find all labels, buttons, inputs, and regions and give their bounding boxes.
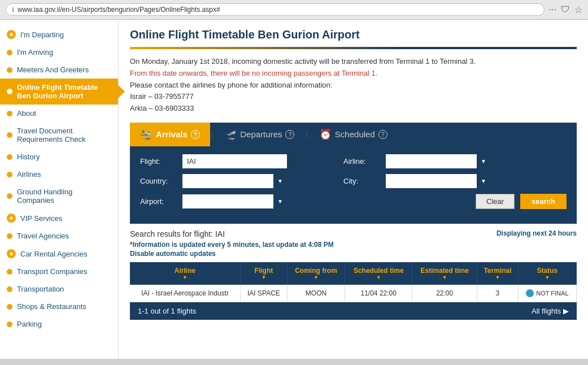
sidebar-item-travel-agencies[interactable]: Travel Agencies (0, 227, 118, 245)
country-select[interactable] (182, 174, 287, 188)
notice-line2: From this date onwards, there will be no… (130, 68, 577, 80)
sidebar-item-history[interactable]: History (0, 148, 118, 166)
notice-line3: Please contact the airlines by phone for… (130, 80, 577, 92)
col-flight[interactable]: Flight ▼ (241, 262, 288, 285)
col-estimated-time[interactable]: Estimated time ▼ (412, 262, 477, 285)
sidebar-item-car-rental[interactable]: + Car Rental Agencies (0, 245, 118, 263)
plus-icon-vip: + (7, 214, 16, 223)
flight-table: Airline ▼ Flight ▼ Coming from ▼ Sched (130, 262, 577, 302)
sidebar-item-ground-handling[interactable]: Ground Handling Companies (0, 183, 118, 209)
airport-select[interactable] (182, 194, 287, 208)
tab-arrivals[interactable]: 🛬 Arrivals ? (130, 123, 210, 146)
sidebar-item-about[interactable]: About (0, 105, 118, 122)
search-button[interactable]: search (520, 194, 567, 209)
departures-plane-icon: 🛫 (224, 128, 237, 141)
sidebar-item-transportation[interactable]: Transportation (0, 280, 118, 298)
star-icon[interactable]: ☆ (574, 5, 582, 15)
dot-history (7, 154, 12, 160)
dot-meeters (7, 67, 12, 73)
sidebar-item-timetable[interactable]: Online Flight Timetable Ben Gurion Airpo… (0, 79, 118, 105)
dot-shops (7, 304, 12, 310)
dot-parking (7, 321, 12, 327)
sort-arrow-status: ▼ (522, 275, 573, 280)
cell-coming-from: MOON (287, 285, 345, 302)
results-area: Search results for flight: IAI *Informat… (130, 224, 577, 325)
arrivals-plane-icon: 🛬 (140, 128, 153, 141)
sidebar-item-departing[interactable]: + I'm Departing (0, 25, 118, 44)
info-icon: ℹ (12, 6, 14, 14)
city-label: City: (343, 177, 380, 185)
sidebar-label-airlines: Airlines (17, 170, 41, 179)
all-flights-link[interactable]: All flights ▶ (532, 307, 569, 315)
city-select[interactable] (386, 174, 490, 188)
sidebar-label-about: About (17, 109, 36, 118)
dot-arriving (7, 50, 12, 55)
sidebar-item-shops[interactable]: Shops & Restaurants (0, 298, 118, 315)
tab-scheduled-label: Scheduled (335, 129, 375, 139)
sort-arrow-coming-from: ▼ (291, 275, 341, 280)
country-label: Country: (140, 177, 177, 185)
url-bar[interactable]: ℹ www.iaa.gov.il/en-US/airports/bengurio… (6, 3, 545, 16)
sort-arrow-flight: ▼ (244, 275, 284, 280)
col-coming-from[interactable]: Coming from ▼ (287, 262, 345, 285)
sidebar-label-travel-agencies: Travel Agencies (17, 232, 69, 240)
airport-label: Airport: (140, 197, 177, 206)
col-terminal[interactable]: Terminal ▼ (477, 262, 519, 285)
flight-label: Flight: (140, 157, 177, 166)
sidebar-item-travel-doc[interactable]: Travel Document Requirements Check (0, 122, 118, 148)
form-row-flight-airline: Flight: Airline: (140, 154, 567, 168)
table-row: IAI - Israel Aerospace Industr IAI SPACE… (130, 285, 577, 302)
dot-timetable (7, 89, 12, 94)
globe-icon (526, 289, 534, 297)
sidebar-item-meeters[interactable]: Meeters And Greeters (0, 61, 118, 79)
clear-button[interactable]: Clear (476, 194, 515, 209)
all-flights-arrow-icon: ▶ (563, 307, 569, 315)
cell-flight: IAI SPACE (241, 285, 288, 302)
city-select-wrapper (386, 174, 490, 188)
sidebar-item-airlines[interactable]: Airlines (0, 166, 118, 183)
bookmark-icon[interactable]: 🛡 (561, 5, 570, 15)
orange-divider (130, 47, 577, 49)
dot-transportation (7, 286, 12, 292)
sidebar-label-departing: I'm Departing (20, 31, 64, 39)
col-scheduled-time[interactable]: Scheduled time ▼ (345, 262, 412, 285)
results-header-row: Search results for flight: IAI *Informat… (130, 229, 577, 262)
browser-actions: ··· 🛡 ☆ (549, 5, 582, 15)
cell-terminal: 3 (477, 285, 519, 302)
sidebar-label-vip: VIP Services (20, 214, 62, 223)
airline-select[interactable] (386, 154, 490, 168)
col-airline[interactable]: Airline ▼ (130, 262, 241, 285)
browser-bar: ℹ www.iaa.gov.il/en-US/airports/bengurio… (0, 0, 588, 20)
form-row-airport-buttons: Airport: Clear search (140, 194, 567, 209)
airline-label: Airline: (343, 157, 380, 166)
arrivals-help-icon[interactable]: ? (191, 130, 200, 139)
page-title: Online Flight Timetable Ben Gurion Airpo… (130, 28, 577, 41)
sidebar-item-transport-companies[interactable]: Transport Companies (0, 263, 118, 280)
tab-departures-label: Departures (240, 129, 282, 139)
cell-airline: IAI - Israel Aerospace Industr (130, 285, 241, 302)
sidebar-item-parking[interactable]: Parking (0, 315, 118, 333)
sidebar: + I'm Departing I'm Arriving Meeters And… (0, 20, 119, 359)
form-row-country-city: Country: City: (140, 174, 567, 188)
status-badge: NOT FINAL (522, 289, 573, 297)
dot-transport-companies (7, 269, 12, 275)
sidebar-label-transportation: Transportation (17, 285, 64, 293)
airline-select-wrapper (386, 154, 490, 168)
main-content: Online Flight Timetable Ben Gurion Airpo… (119, 20, 588, 359)
sidebar-item-arriving[interactable]: I'm Arriving (0, 44, 118, 61)
menu-dots-icon[interactable]: ··· (549, 5, 556, 15)
tabs-bar: 🛬 Arrivals ? | 🛫 Departures ? | ⏰ Schedu… (130, 123, 577, 146)
sort-arrow-scheduled-time: ▼ (349, 275, 408, 280)
sidebar-label-arriving: I'm Arriving (17, 48, 53, 57)
sidebar-item-vip[interactable]: + VIP Services (0, 209, 118, 227)
scheduled-help-icon[interactable]: ? (378, 130, 387, 139)
plus-icon-departing: + (7, 30, 16, 39)
tab-scheduled[interactable]: ⏰ Scheduled ? (309, 123, 398, 146)
sidebar-label-timetable: Online Flight Timetable Ben Gurion Airpo… (17, 83, 111, 100)
col-status[interactable]: Status ▼ (518, 262, 576, 285)
disable-updates-link[interactable]: Disable automatic updates (130, 250, 334, 258)
flight-input[interactable] (182, 154, 287, 168)
departures-help-icon[interactable]: ? (285, 130, 294, 139)
tab-departures[interactable]: 🛫 Departures ? (214, 123, 304, 146)
table-header-row: Airline ▼ Flight ▼ Coming from ▼ Sched (130, 262, 577, 285)
